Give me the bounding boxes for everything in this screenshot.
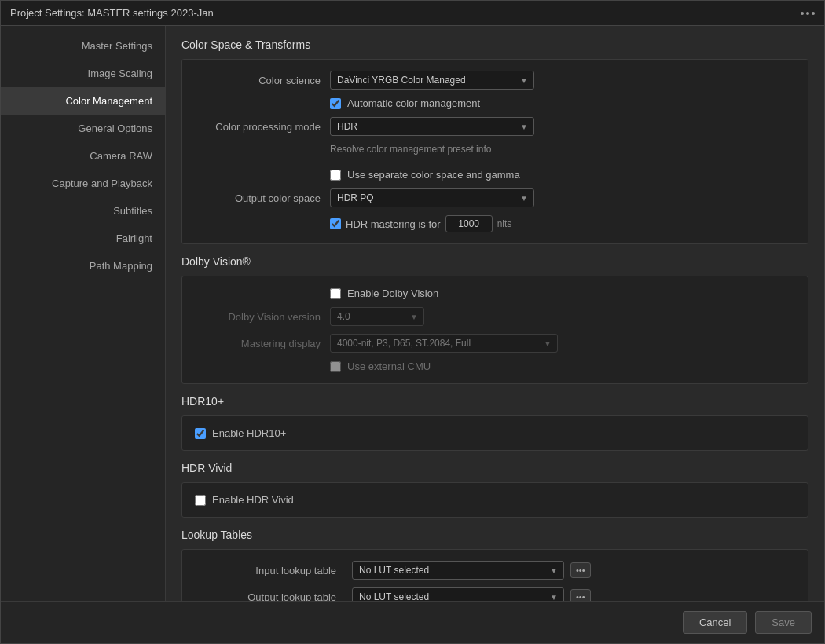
color-processing-select[interactable]: HDR SDR (330, 117, 534, 136)
save-button[interactable]: Save (755, 611, 812, 634)
hdr10-section-title: HDR10+ (182, 395, 808, 408)
output-color-control: HDR PQ HDR HLG Rec.709 ▼ (330, 188, 795, 207)
input-lut-select[interactable]: No LUT selected (352, 561, 564, 580)
dolby-version-select-wrapper: 4.0 2.9 ▼ (330, 307, 424, 326)
color-science-row: Color science DaVinci YRGB Color Managed… (195, 71, 795, 90)
content-area: Master Settings Image Scaling Color Mana… (1, 26, 824, 601)
dolby-enable-label: Enable Dolby Vision (347, 287, 438, 299)
hdr10-enable-label: Enable HDR10+ (212, 427, 286, 439)
dot3 (812, 12, 815, 15)
external-cmu-row: Use external CMU (195, 360, 795, 372)
color-processing-control: HDR SDR ▼ (330, 117, 795, 136)
dolby-version-control: 4.0 2.9 ▼ (330, 307, 795, 326)
input-lut-dots-button[interactable]: ••• (570, 562, 591, 578)
auto-color-label: Automatic color management (347, 97, 480, 109)
output-color-row: Output color space HDR PQ HDR HLG Rec.70… (195, 188, 795, 207)
output-lut-dots-button[interactable]: ••• (570, 589, 591, 601)
hdr10-enable-checkbox-row: Enable HDR10+ (195, 427, 795, 439)
color-science-label: Color science (195, 75, 321, 86)
sidebar-item-path-mapping[interactable]: Path Mapping (1, 252, 165, 280)
auto-color-control: Automatic color management (330, 97, 795, 109)
mastering-display-control: 4000-nit, P3, D65, ST.2084, Full 1000-ni… (330, 334, 795, 353)
hdr-vivid-enable-checkbox-row: Enable HDR Vivid (195, 494, 795, 506)
color-science-select[interactable]: DaVinci YRGB Color Managed DaVinci YRGB (330, 71, 534, 90)
auto-color-checkbox[interactable] (330, 98, 341, 109)
dolby-enable-checkbox[interactable] (330, 288, 341, 299)
output-lut-row: Output lookup table No LUT selected ▼ ••… (195, 587, 795, 601)
hdr10-enable-checkbox[interactable] (195, 428, 206, 439)
color-space-section: Color science DaVinci YRGB Color Managed… (182, 59, 808, 244)
external-cmu-checkbox-row: Use external CMU (330, 360, 431, 372)
resolve-info-row: Resolve color management preset info (195, 144, 795, 161)
color-processing-row: Color processing mode HDR SDR ▼ (195, 117, 795, 136)
cancel-button[interactable]: Cancel (683, 611, 747, 634)
hdr-mastering-label: HDR mastering is for (346, 218, 441, 230)
mastering-display-select[interactable]: 4000-nit, P3, D65, ST.2084, Full 1000-ni… (330, 334, 558, 353)
sidebar-item-fairlight[interactable]: Fairlight (1, 225, 165, 252)
external-cmu-label: Use external CMU (347, 360, 431, 372)
output-color-label: Output color space (195, 192, 321, 204)
sidebar-item-color-management[interactable]: Color Management (1, 87, 165, 115)
color-science-control: DaVinci YRGB Color Managed DaVinci YRGB … (330, 71, 795, 90)
output-color-select-wrapper: HDR PQ HDR HLG Rec.709 ▼ (330, 188, 534, 207)
separate-color-row: Use separate color space and gamma (195, 169, 795, 181)
dolby-section: Enable Dolby Vision Dolby Vision version… (182, 276, 808, 384)
color-space-section-title: Color Space & Transforms (182, 38, 808, 51)
sidebar-item-image-scaling[interactable]: Image Scaling (1, 60, 165, 87)
hdr-vivid-section: Enable HDR Vivid (182, 482, 808, 518)
color-processing-label: Color processing mode (195, 121, 321, 133)
auto-color-row: Automatic color management (195, 97, 795, 109)
color-science-select-wrapper: DaVinci YRGB Color Managed DaVinci YRGB … (330, 71, 534, 90)
dolby-enable-checkbox-row: Enable Dolby Vision (330, 287, 438, 299)
title-bar: Project Settings: MASTER settings 2023-J… (1, 1, 824, 26)
hdr-mastering-checkbox[interactable] (330, 218, 341, 229)
hdr10-section: Enable HDR10+ (182, 415, 808, 451)
sidebar-item-subtitles[interactable]: Subtitles (1, 197, 165, 225)
external-cmu-control: Use external CMU (330, 360, 795, 372)
separate-color-label: Use separate color space and gamma (347, 169, 520, 181)
hdr-value-input[interactable]: 1000 (446, 215, 493, 232)
separate-color-checkbox[interactable] (330, 170, 341, 181)
dolby-version-label: Dolby Vision version (195, 311, 321, 323)
dolby-enable-row: Enable Dolby Vision (195, 287, 795, 299)
dolby-version-row: Dolby Vision version 4.0 2.9 ▼ (195, 307, 795, 326)
resolve-info-control: Resolve color management preset info (330, 144, 795, 161)
separate-color-checkbox-row: Use separate color space and gamma (330, 169, 520, 181)
color-processing-select-wrapper: HDR SDR ▼ (330, 117, 534, 136)
mastering-display-label: Mastering display (195, 338, 321, 349)
hdr-mastering-row: HDR mastering is for 1000 nits (195, 215, 795, 232)
input-lut-select-wrapper: No LUT selected ▼ (352, 561, 564, 580)
mastering-display-select-wrapper: 4000-nit, P3, D65, ST.2084, Full 1000-ni… (330, 334, 558, 353)
output-lut-label: Output lookup table (195, 591, 336, 602)
sidebar: Master Settings Image Scaling Color Mana… (1, 26, 166, 601)
hdr-unit-label: nits (497, 218, 512, 229)
output-lut-select-wrapper: No LUT selected ▼ (352, 587, 564, 601)
sidebar-item-camera-raw[interactable]: Camera RAW (1, 142, 165, 170)
dolby-enable-control: Enable Dolby Vision (330, 287, 795, 299)
sidebar-item-master-settings[interactable]: Master Settings (1, 32, 165, 60)
auto-color-checkbox-row: Automatic color management (330, 97, 480, 109)
hdr-input-row: HDR mastering is for 1000 nits (330, 215, 512, 232)
more-options-button[interactable] (801, 12, 815, 15)
external-cmu-checkbox[interactable] (330, 361, 341, 372)
output-lut-select[interactable]: No LUT selected (352, 587, 564, 601)
input-lut-row: Input lookup table No LUT selected ▼ ••• (195, 561, 795, 580)
hdr-vivid-enable-checkbox[interactable] (195, 495, 206, 506)
sidebar-item-capture-playback[interactable]: Capture and Playback (1, 170, 165, 197)
sidebar-item-general-options[interactable]: General Options (1, 115, 165, 142)
dot2 (806, 12, 809, 15)
separate-color-control: Use separate color space and gamma (330, 169, 795, 181)
resolve-info-text: Resolve color management preset info (330, 144, 491, 155)
main-content: Color Space & Transforms Color science D… (166, 26, 824, 601)
project-settings-dialog: Project Settings: MASTER settings 2023-J… (0, 0, 825, 644)
hdr-vivid-enable-label: Enable HDR Vivid (212, 494, 294, 506)
lut-section-title: Lookup Tables (182, 529, 808, 541)
output-color-select[interactable]: HDR PQ HDR HLG Rec.709 (330, 188, 534, 207)
dialog-title: Project Settings: MASTER settings 2023-J… (10, 7, 214, 19)
lut-section: Input lookup table No LUT selected ▼ •••… (182, 549, 808, 601)
hdr-mastering-control: HDR mastering is for 1000 nits (330, 215, 795, 232)
footer: Cancel Save (1, 601, 824, 643)
input-lut-label: Input lookup table (195, 565, 336, 576)
dot1 (801, 12, 804, 15)
dolby-version-select[interactable]: 4.0 2.9 (330, 307, 424, 326)
